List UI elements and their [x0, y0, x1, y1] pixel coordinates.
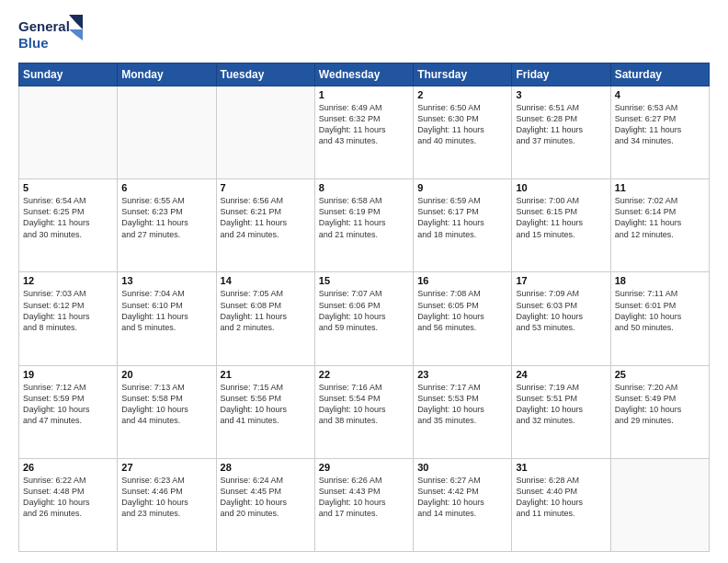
day-info: Sunrise: 6:24 AM Sunset: 4:45 PM Dayligh…	[221, 475, 311, 520]
day-info: Sunrise: 6:22 AM Sunset: 4:48 PM Dayligh…	[23, 475, 113, 520]
day-cell	[216, 86, 314, 179]
day-number: 26	[23, 462, 113, 473]
day-number: 1	[319, 89, 409, 100]
day-number: 17	[516, 275, 606, 286]
weekday-header-wednesday: Wednesday	[314, 63, 413, 86]
day-info: Sunrise: 6:58 AM Sunset: 6:19 PM Dayligh…	[319, 195, 409, 240]
day-cell: 28Sunrise: 6:24 AM Sunset: 4:45 PM Dayli…	[216, 458, 314, 551]
day-cell: 25Sunrise: 7:20 AM Sunset: 5:49 PM Dayli…	[610, 365, 709, 458]
day-cell: 5Sunrise: 6:54 AM Sunset: 6:25 PM Daylig…	[19, 179, 118, 272]
header: GeneralBlue	[18, 15, 710, 55]
day-number: 4	[615, 89, 705, 100]
svg-text:General: General	[18, 18, 70, 34]
day-cell: 6Sunrise: 6:55 AM Sunset: 6:23 PM Daylig…	[118, 179, 216, 272]
day-cell: 27Sunrise: 6:23 AM Sunset: 4:46 PM Dayli…	[118, 458, 216, 551]
day-number: 6	[121, 182, 211, 193]
day-cell: 24Sunrise: 7:19 AM Sunset: 5:51 PM Dayli…	[512, 365, 610, 458]
day-cell: 31Sunrise: 6:28 AM Sunset: 4:40 PM Dayli…	[512, 458, 610, 551]
day-info: Sunrise: 6:23 AM Sunset: 4:46 PM Dayligh…	[121, 475, 211, 520]
day-number: 7	[221, 182, 311, 193]
day-number: 28	[221, 462, 311, 473]
weekday-header-tuesday: Tuesday	[216, 63, 314, 86]
day-number: 15	[319, 275, 409, 286]
day-number: 25	[615, 369, 705, 380]
day-info: Sunrise: 7:05 AM Sunset: 6:08 PM Dayligh…	[221, 288, 311, 333]
day-info: Sunrise: 7:19 AM Sunset: 5:51 PM Dayligh…	[516, 382, 606, 427]
day-number: 19	[23, 369, 113, 380]
week-row-4: 19Sunrise: 7:12 AM Sunset: 5:59 PM Dayli…	[19, 365, 710, 458]
day-cell: 3Sunrise: 6:51 AM Sunset: 6:28 PM Daylig…	[512, 86, 610, 179]
day-info: Sunrise: 7:13 AM Sunset: 5:58 PM Dayligh…	[121, 382, 211, 427]
weekday-header-monday: Monday	[118, 63, 216, 86]
day-number: 20	[121, 369, 211, 380]
day-info: Sunrise: 6:51 AM Sunset: 6:28 PM Dayligh…	[516, 102, 606, 147]
day-number: 23	[417, 369, 507, 380]
page: GeneralBlue SundayMondayTuesdayWednesday…	[0, 0, 728, 563]
day-cell: 21Sunrise: 7:15 AM Sunset: 5:56 PM Dayli…	[216, 365, 314, 458]
day-number: 14	[221, 275, 311, 286]
day-cell: 20Sunrise: 7:13 AM Sunset: 5:58 PM Dayli…	[118, 365, 216, 458]
day-info: Sunrise: 6:27 AM Sunset: 4:42 PM Dayligh…	[417, 475, 507, 520]
day-number: 16	[417, 275, 507, 286]
day-info: Sunrise: 7:20 AM Sunset: 5:49 PM Dayligh…	[615, 382, 705, 427]
day-info: Sunrise: 7:03 AM Sunset: 6:12 PM Dayligh…	[23, 288, 113, 333]
day-cell: 29Sunrise: 6:26 AM Sunset: 4:43 PM Dayli…	[314, 458, 413, 551]
day-number: 29	[319, 462, 409, 473]
day-cell: 16Sunrise: 7:08 AM Sunset: 6:05 PM Dayli…	[414, 272, 512, 365]
day-number: 30	[417, 462, 507, 473]
week-row-5: 26Sunrise: 6:22 AM Sunset: 4:48 PM Dayli…	[19, 458, 710, 551]
day-cell: 9Sunrise: 6:59 AM Sunset: 6:17 PM Daylig…	[414, 179, 512, 272]
weekday-header-sunday: Sunday	[19, 63, 118, 86]
day-cell: 14Sunrise: 7:05 AM Sunset: 6:08 PM Dayli…	[216, 272, 314, 365]
day-info: Sunrise: 6:49 AM Sunset: 6:32 PM Dayligh…	[319, 102, 409, 147]
calendar-header: SundayMondayTuesdayWednesdayThursdayFrid…	[19, 63, 710, 86]
day-number: 12	[23, 275, 113, 286]
day-number: 10	[516, 182, 606, 193]
day-info: Sunrise: 7:08 AM Sunset: 6:05 PM Dayligh…	[417, 288, 507, 333]
day-info: Sunrise: 6:26 AM Sunset: 4:43 PM Dayligh…	[319, 475, 409, 520]
day-number: 21	[221, 369, 311, 380]
svg-marker-2	[69, 15, 83, 29]
day-cell	[610, 458, 709, 551]
day-cell: 12Sunrise: 7:03 AM Sunset: 6:12 PM Dayli…	[19, 272, 118, 365]
svg-marker-3	[69, 29, 83, 40]
day-info: Sunrise: 6:28 AM Sunset: 4:40 PM Dayligh…	[516, 475, 606, 520]
day-info: Sunrise: 7:12 AM Sunset: 5:59 PM Dayligh…	[23, 382, 113, 427]
day-info: Sunrise: 7:02 AM Sunset: 6:14 PM Dayligh…	[615, 195, 705, 240]
day-number: 13	[121, 275, 211, 286]
day-info: Sunrise: 6:50 AM Sunset: 6:30 PM Dayligh…	[417, 102, 507, 147]
day-cell: 11Sunrise: 7:02 AM Sunset: 6:14 PM Dayli…	[610, 179, 709, 272]
day-info: Sunrise: 7:07 AM Sunset: 6:06 PM Dayligh…	[319, 288, 409, 333]
day-info: Sunrise: 7:17 AM Sunset: 5:53 PM Dayligh…	[417, 382, 507, 427]
day-info: Sunrise: 7:00 AM Sunset: 6:15 PM Dayligh…	[516, 195, 606, 240]
day-cell: 8Sunrise: 6:58 AM Sunset: 6:19 PM Daylig…	[314, 179, 413, 272]
weekday-header-saturday: Saturday	[610, 63, 709, 86]
day-cell: 30Sunrise: 6:27 AM Sunset: 4:42 PM Dayli…	[414, 458, 512, 551]
day-info: Sunrise: 7:04 AM Sunset: 6:10 PM Dayligh…	[121, 288, 211, 333]
day-number: 22	[319, 369, 409, 380]
day-cell: 4Sunrise: 6:53 AM Sunset: 6:27 PM Daylig…	[610, 86, 709, 179]
day-info: Sunrise: 6:54 AM Sunset: 6:25 PM Dayligh…	[23, 195, 113, 240]
day-number: 31	[516, 462, 606, 473]
logo-svg: GeneralBlue	[18, 15, 92, 55]
day-cell: 22Sunrise: 7:16 AM Sunset: 5:54 PM Dayli…	[314, 365, 413, 458]
day-cell	[19, 86, 118, 179]
day-number: 18	[615, 275, 705, 286]
day-info: Sunrise: 6:59 AM Sunset: 6:17 PM Dayligh…	[417, 195, 507, 240]
day-cell: 10Sunrise: 7:00 AM Sunset: 6:15 PM Dayli…	[512, 179, 610, 272]
day-number: 11	[615, 182, 705, 193]
weekday-header-friday: Friday	[512, 63, 610, 86]
day-info: Sunrise: 6:53 AM Sunset: 6:27 PM Dayligh…	[615, 102, 705, 147]
day-cell: 2Sunrise: 6:50 AM Sunset: 6:30 PM Daylig…	[414, 86, 512, 179]
day-info: Sunrise: 6:56 AM Sunset: 6:21 PM Dayligh…	[221, 195, 311, 240]
day-info: Sunrise: 7:15 AM Sunset: 5:56 PM Dayligh…	[221, 382, 311, 427]
day-number: 24	[516, 369, 606, 380]
day-info: Sunrise: 7:16 AM Sunset: 5:54 PM Dayligh…	[319, 382, 409, 427]
weekday-row: SundayMondayTuesdayWednesdayThursdayFrid…	[19, 63, 710, 86]
day-cell: 19Sunrise: 7:12 AM Sunset: 5:59 PM Dayli…	[19, 365, 118, 458]
svg-text:Blue: Blue	[18, 35, 49, 51]
day-cell: 7Sunrise: 6:56 AM Sunset: 6:21 PM Daylig…	[216, 179, 314, 272]
weekday-header-thursday: Thursday	[414, 63, 512, 86]
week-row-3: 12Sunrise: 7:03 AM Sunset: 6:12 PM Dayli…	[19, 272, 710, 365]
calendar-body: 1Sunrise: 6:49 AM Sunset: 6:32 PM Daylig…	[19, 86, 710, 552]
